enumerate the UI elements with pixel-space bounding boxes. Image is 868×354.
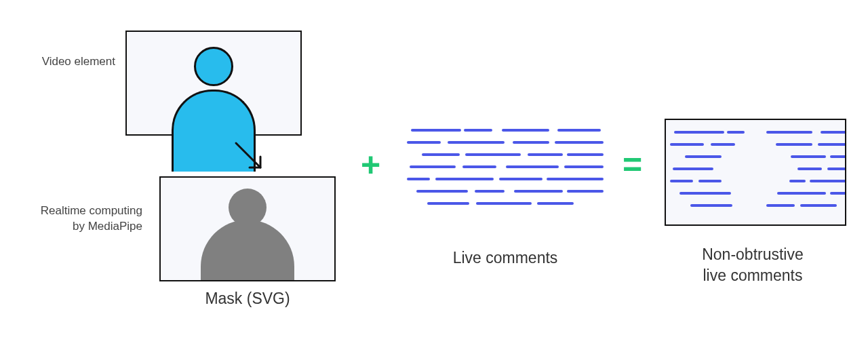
result-label: Non-obtrustivelive comments xyxy=(651,244,854,286)
svg-line-0 xyxy=(236,143,260,168)
mask-svg-panel xyxy=(159,176,336,281)
silhouette-head-icon xyxy=(229,189,267,227)
equals-icon: = xyxy=(623,148,642,182)
silhouette-body-icon xyxy=(201,220,294,281)
arrow-down-icon xyxy=(231,139,271,180)
avatar-head-icon xyxy=(194,47,233,86)
live-comments-label: Live comments xyxy=(407,248,604,269)
video-element-panel xyxy=(125,31,302,136)
plus-icon: + xyxy=(361,148,380,182)
mask-svg-label: Mask (SVG) xyxy=(159,288,336,309)
result-panel xyxy=(665,119,846,226)
video-element-label: Video element xyxy=(7,54,115,70)
realtime-computing-label: Realtime computingby MediaPipe xyxy=(7,203,142,235)
live-comments-panel xyxy=(407,122,604,224)
